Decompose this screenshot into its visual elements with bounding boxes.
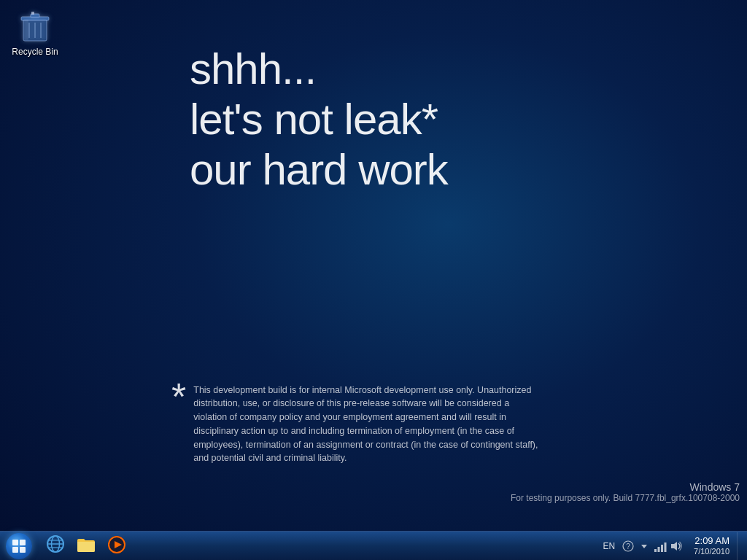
tray-help-icon[interactable]: ? (621, 539, 635, 553)
svg-rect-9 (20, 540, 26, 545)
footnote-text: This development build is for internal M… (193, 384, 543, 466)
message-line-1: shhh... (190, 44, 448, 94)
clock-date: 7/10/2010 (694, 547, 729, 556)
ie-icon (46, 534, 65, 558)
folder-icon (77, 536, 96, 556)
tray-network-icon[interactable] (653, 539, 667, 553)
svg-rect-25 (661, 545, 663, 552)
message-line-2: let's not leak* (190, 94, 448, 144)
build-info: Windows 7 For testing purposes only. Bui… (511, 481, 740, 503)
svg-rect-24 (658, 547, 660, 552)
main-message: shhh... let's not leak* our hard work (190, 44, 448, 195)
tray-expand-icon[interactable] (637, 539, 651, 553)
taskbar: EN ? (0, 531, 747, 560)
recycle-bin-label: Recycle Bin (12, 47, 58, 57)
svg-marker-27 (671, 542, 677, 551)
recycle-bin-graphic (18, 9, 53, 44)
svg-text:?: ? (626, 542, 630, 551)
build-string: For testing purposes only. Build 7777.fb… (511, 493, 740, 503)
tray-volume-icon[interactable] (669, 539, 684, 553)
svg-rect-11 (20, 547, 26, 553)
language-indicator[interactable]: EN (603, 541, 615, 551)
svg-marker-22 (641, 545, 647, 548)
quick-launch (38, 532, 134, 561)
footnote-section: * This development build is for internal… (171, 384, 543, 466)
svg-rect-23 (654, 549, 657, 552)
recycle-bin-icon[interactable]: Recycle Bin (6, 6, 64, 60)
windows-edition: Windows 7 (511, 481, 740, 493)
svg-rect-26 (665, 542, 667, 552)
clock-time: 2:09 AM (694, 535, 729, 547)
taskbar-icon-media-player[interactable] (102, 532, 131, 560)
media-player-icon (107, 535, 126, 557)
desktop: Recycle Bin shhh... let's not leak* our … (0, 0, 747, 531)
taskbar-icon-explorer[interactable] (71, 532, 101, 560)
clock[interactable]: 2:09 AM 7/10/2010 (689, 535, 734, 556)
svg-rect-6 (24, 20, 28, 40)
start-button[interactable] (0, 532, 38, 561)
asterisk-symbol: * (171, 378, 186, 416)
start-orb (6, 533, 32, 559)
tray-icons: ? (621, 539, 684, 553)
svg-rect-8 (12, 540, 18, 545)
system-tray: EN ? (598, 532, 747, 561)
message-line-3: our hard work (190, 144, 448, 195)
svg-rect-7 (31, 12, 34, 15)
taskbar-icon-ie[interactable] (41, 532, 70, 560)
svg-rect-10 (12, 547, 18, 553)
show-desktop-button[interactable] (737, 532, 743, 560)
